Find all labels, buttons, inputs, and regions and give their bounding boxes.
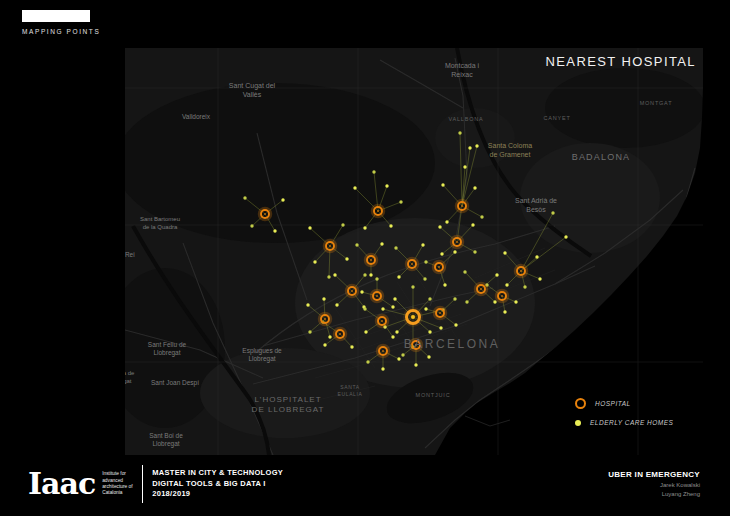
care-home-dot (335, 303, 338, 306)
care-home-dot (333, 273, 336, 276)
author-2: Luyang Zheng (608, 490, 700, 499)
care-home-dot (393, 297, 396, 300)
hospital-marker (372, 205, 384, 217)
care-home-dot (438, 225, 441, 228)
care-home-dot (313, 260, 316, 263)
map-label: Sant Joan Despí (151, 379, 199, 387)
care-home-dot (503, 251, 506, 254)
hospital-marker (456, 200, 468, 212)
care-home-dot (441, 183, 444, 186)
map-title: NEAREST HOSPITAL (545, 54, 696, 69)
care-home-dot (505, 283, 508, 286)
map-label: Molins de Rei (125, 251, 135, 259)
care-home-dot (538, 277, 541, 280)
hospital-marker (334, 328, 346, 340)
care-home-dot (341, 223, 344, 226)
care-home-dot (475, 144, 478, 147)
care-home-dot (323, 343, 326, 346)
footer: Iaac Institute for advanced architecture… (28, 460, 700, 508)
care-home-dot (463, 165, 466, 168)
care-home-dot (463, 270, 466, 273)
care-home-dot (391, 335, 394, 338)
care-home-dot (445, 220, 448, 223)
program-line-2: DIGITAL TOOLS & BIG DATA I (152, 479, 283, 490)
care-home-dot (345, 257, 348, 260)
map-label: BADALONA (572, 152, 631, 164)
care-home-dot (355, 243, 358, 246)
care-home-dot (385, 184, 388, 187)
map-label: Santa Colomade Gramenet (488, 141, 532, 159)
care-home-dot (243, 196, 246, 199)
care-home-dot (306, 303, 309, 306)
map-label: Esplugues deLlobregat (242, 347, 281, 364)
map-label: Cornellà deLlobregat (125, 370, 134, 386)
footer-right: UBER IN EMERGENCY Jarek Kowalski Luyang … (608, 470, 700, 498)
care-home-dot (250, 224, 253, 227)
hospital-marker (496, 290, 508, 302)
hospital-marker (475, 283, 487, 295)
care-home-dot (458, 131, 461, 134)
care-home-dot (473, 250, 476, 253)
map-label: Valldoreix (182, 113, 210, 121)
care-home-dot (411, 285, 414, 288)
hospital-marker (371, 290, 383, 302)
slide-eyebrow: MAPPING POINTS (22, 28, 100, 35)
care-home-dot (427, 355, 430, 358)
care-home-dot (535, 255, 538, 258)
map-canvas (125, 48, 703, 455)
map-label: Sant Adrià deBesòs (515, 196, 557, 214)
hospital-marker (433, 261, 445, 273)
care-home-dot (397, 275, 400, 278)
map-label: SANTAEULALIA (338, 384, 363, 397)
iaac-logo: Iaac (28, 469, 95, 499)
care-home-legend-icon (575, 420, 581, 426)
hospital-marker (324, 240, 336, 252)
care-home-dot (394, 246, 397, 249)
care-home-dot (523, 285, 526, 288)
care-home-dot (421, 243, 424, 246)
care-home-dot (364, 330, 367, 333)
care-home-dot (440, 252, 443, 255)
care-home-dot (273, 229, 276, 232)
care-home-dot (281, 198, 284, 201)
slide-root: { "slide": { "eyebrow": "MAPPING POINTS"… (0, 0, 730, 516)
map-label: Sant Feliu deLlobregat (148, 341, 186, 358)
hospital-marker (434, 307, 446, 319)
title-bar-mark (22, 10, 90, 22)
program-line-3: 2018/2019 (152, 489, 283, 500)
care-home-dot (366, 360, 369, 363)
care-home-dot (495, 273, 498, 276)
care-home-dot (453, 297, 456, 300)
care-home-dot (380, 242, 383, 245)
map-label: Montcada iReixac (445, 61, 479, 79)
program-block: MASTER IN CITY & TECHNOLOGY DIGITAL TOOL… (152, 468, 283, 501)
care-home-dot (372, 170, 375, 173)
care-home-dot (401, 353, 404, 356)
hospital-marker (376, 315, 388, 327)
north-hills (545, 68, 703, 148)
care-home-dot (350, 345, 353, 348)
care-home-dot (493, 300, 496, 303)
hospital-legend-icon (575, 398, 586, 409)
care-home-dot (308, 226, 311, 229)
care-home-dot (360, 290, 363, 293)
care-home-dot (423, 277, 426, 280)
care-home-dot (480, 215, 483, 218)
care-home-dot (369, 273, 372, 276)
care-home-dot (514, 300, 517, 303)
hospital-marker (319, 313, 331, 325)
legend-care-homes-label: ELDERLY CARE HOMES (590, 419, 673, 426)
iaac-logo-subtext: Institute for advanced architecture of C… (102, 471, 136, 497)
care-home-dot (428, 330, 431, 333)
care-home-dot (322, 297, 325, 300)
care-home-dot (363, 226, 366, 229)
hospital-marker (346, 285, 358, 297)
care-home-dot (453, 250, 456, 253)
care-home-dot (564, 235, 567, 238)
legend-hospital-label: HOSPITAL (595, 400, 631, 407)
hospital-marker (451, 236, 463, 248)
care-home-dot (465, 300, 468, 303)
legend-row-care-homes: ELDERLY CARE HOMES (575, 419, 673, 426)
map-label: Sant Boi deLlobregat (149, 432, 183, 449)
care-home-dot (389, 224, 392, 227)
